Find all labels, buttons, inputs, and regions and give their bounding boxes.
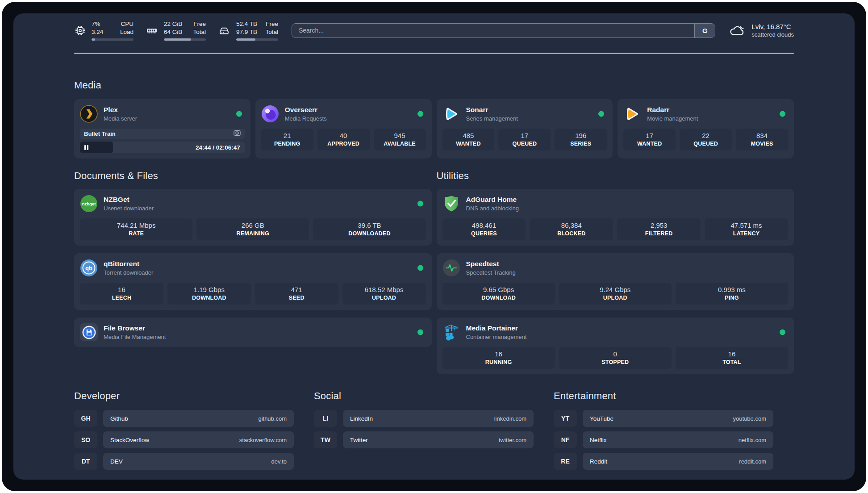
service-description: Container management [466, 334, 789, 340]
service-description: DNS and adblocking [466, 205, 789, 212]
status-indicator-online [780, 330, 785, 335]
bookmark-github[interactable]: GHGithubgithub.com [74, 410, 294, 427]
stats-row: 498,461QUERIES86,384BLOCKED2,953FILTERED… [442, 218, 789, 240]
pause-icon[interactable] [84, 145, 88, 150]
section-title-social: Social [314, 390, 534, 402]
stat-upload: 9.24 GbpsUPLOAD [559, 283, 672, 305]
memory-progressbar [164, 38, 206, 41]
stat-rate: 744.21 MbpsRATE [80, 218, 192, 240]
service-name: qBittorrent [104, 260, 426, 268]
utilities-column: Utilities AdGuard HomeDNS and adblocking… [437, 170, 794, 374]
service-card-adguard[interactable]: AdGuard HomeDNS and adblocking498,461QUE… [437, 189, 794, 246]
plex-icon [80, 105, 98, 123]
bookmark-abbr: TW [314, 431, 337, 448]
bookmark-name: LinkedIn [350, 415, 373, 422]
service-card-sonarr[interactable]: SonarrSeries management485WANTED17QUEUED… [437, 99, 613, 159]
service-card-plex[interactable]: PlexMedia serverBullet Train24:44 / 02:0… [74, 99, 250, 159]
bookmark-name: YouTube [590, 415, 613, 422]
bookmark-name: DEV [110, 458, 123, 465]
middle-section: Documents & Files nzbgetNZBGetUsenet dow… [74, 170, 794, 374]
service-card-portainer[interactable]: Media PortainerContainer management16RUN… [437, 318, 794, 374]
weather-widget: Lviv, 16.87°C scattered clouds [729, 23, 794, 38]
service-card-overseerr[interactable]: OverseerrMedia Requests21PENDING40APPROV… [255, 99, 432, 159]
playback-progress-bar[interactable]: 24:44 / 02:06:47 [80, 142, 245, 153]
stat-remaining: 266 GBREMAINING [196, 218, 309, 240]
status-indicator-online [780, 111, 785, 117]
bookmark-linkedin[interactable]: LILinkedInlinkedin.com [314, 410, 534, 427]
bookmark-name: Netflix [590, 437, 607, 443]
playback-time: 24:44 / 02:06:47 [196, 144, 245, 151]
service-card-nzbget[interactable]: nzbgetNZBGetUsenet downloader744.21 Mbps… [74, 189, 432, 246]
service-name: NZBGet [104, 196, 426, 204]
search-bar[interactable]: G [292, 23, 715, 38]
disk-monitor: 52.4 TB97.9 TBFreeTotal [217, 20, 278, 40]
cpu-label: Load [120, 28, 134, 36]
service-description: Usenet downloader [104, 205, 426, 212]
bookmark-netflix[interactable]: NFNetflixnetflix.com [554, 431, 773, 448]
stat-series: 196SERIES [555, 129, 607, 150]
nzbget-icon: nzbget [80, 195, 98, 213]
top-bar: 7%3.24CPULoad22 GiB64 GiBFreeTotal52.4 T… [74, 20, 794, 41]
section-title-media: Media [74, 79, 794, 91]
stat-stopped: 0STOPPED [559, 347, 672, 369]
bookmark-abbr: GH [74, 410, 97, 427]
bookmark-dev[interactable]: DTDEVdev.to [74, 453, 294, 470]
bookmark-reddit[interactable]: RERedditreddit.com [554, 453, 773, 470]
header-divider [74, 53, 794, 54]
service-name: Radarr [647, 106, 788, 114]
memory-icon [145, 25, 159, 37]
media-card-grid: PlexMedia serverBullet Train24:44 / 02:0… [74, 99, 794, 159]
service-name: AdGuard Home [466, 196, 789, 204]
bookmark-stackoverflow[interactable]: SOStackOverflowstackoverflow.com [74, 431, 294, 448]
memory-value: 64 GiB [164, 28, 182, 36]
svg-text:nzbget: nzbget [82, 201, 96, 206]
service-description: Media server [104, 115, 245, 122]
status-indicator-online [598, 111, 604, 117]
service-card-qbittorrent[interactable]: qbqBittorrentTorrent downloader16LEECH1.… [74, 253, 432, 310]
memory-label: Total [193, 28, 206, 36]
service-name: Overseerr [285, 106, 426, 114]
bookmark-name: StackOverflow [110, 437, 149, 443]
bookmark-url: github.com [258, 415, 287, 422]
bookmark-abbr: LI [314, 410, 337, 427]
stats-row: 485WANTED17QUEUED196SERIES [442, 129, 607, 150]
service-card-speedtest[interactable]: SpeedtestSpeedtest Tracking9.65 GbpsDOWN… [437, 253, 794, 310]
bookmark-abbr: YT [554, 410, 577, 427]
svg-text:qb: qb [85, 265, 92, 272]
service-description: Speedtest Tracking [466, 269, 789, 276]
bookmark-twitter[interactable]: TWTwittertwitter.com [314, 431, 534, 448]
status-indicator-online [417, 265, 423, 271]
window-frame: 7%3.24CPULoad22 GiB64 GiBFreeTotal52.4 T… [2, 2, 866, 491]
stat-movies: 834MOVIES [736, 129, 788, 150]
disk-icon [217, 25, 231, 37]
stat-available: 945AVAILABLE [374, 129, 426, 150]
bookmark-group-social: SocialLILinkedInlinkedin.comTWTwittertwi… [314, 390, 534, 470]
bookmark-youtube[interactable]: YTYouTubeyoutube.com [554, 410, 773, 427]
stat-downloaded: 39.6 TBDOWNLOADED [313, 218, 426, 240]
sonarr-icon [442, 105, 460, 123]
speedtest-icon [442, 259, 460, 277]
weather-location-temp: Lviv, 16.87°C [751, 23, 794, 30]
stat-wanted: 485WANTED [442, 129, 495, 150]
bookmark-group-developer: DeveloperGHGithubgithub.comSOStackOverfl… [74, 390, 294, 470]
section-title-entertainment: Entertainment [554, 390, 773, 402]
bookmark-url: linkedin.com [494, 415, 526, 422]
bookmark-name: Reddit [590, 458, 607, 465]
search-provider-button[interactable]: G [694, 24, 715, 38]
section-title-documents: Documents & Files [74, 170, 432, 182]
disk-label: Total [265, 28, 278, 36]
service-name: Media Portainer [466, 324, 789, 332]
search-input[interactable] [292, 24, 694, 38]
stat-total: 16TOTAL [676, 347, 788, 369]
cpu-icon [74, 25, 86, 37]
service-name: Sonarr [466, 106, 607, 114]
now-playing-title: Bullet Train [84, 130, 116, 137]
bookmark-url: netflix.com [739, 437, 766, 443]
service-card-radarr[interactable]: RadarrMovie management17WANTED22QUEUED83… [618, 99, 794, 159]
portainer-icon [442, 323, 460, 341]
service-card-filebrowser[interactable]: File BrowserMedia File Management [74, 318, 432, 347]
stat-download: 1.19 GbpsDOWNLOAD [167, 283, 251, 305]
cpu-value: 7% [92, 20, 103, 28]
system-widgets: 7%3.24CPULoad22 GiB64 GiBFreeTotal52.4 T… [74, 20, 278, 40]
qbittorrent-icon: qb [80, 259, 98, 277]
